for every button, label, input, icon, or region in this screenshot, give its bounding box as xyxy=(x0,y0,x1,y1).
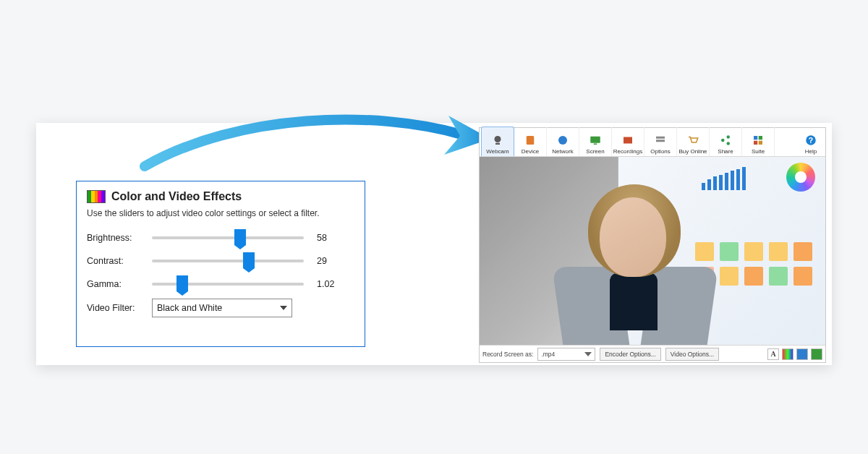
svg-rect-13 xyxy=(759,136,762,140)
brightness-row: Brightness: 58 xyxy=(87,226,354,249)
contrast-label: Contrast: xyxy=(87,256,152,266)
sticky-note xyxy=(744,242,763,261)
video-filter-dropdown[interactable]: Black and White xyxy=(152,299,292,317)
svg-point-0 xyxy=(495,136,501,142)
svg-text:?: ? xyxy=(809,136,813,145)
svg-rect-15 xyxy=(759,141,762,145)
color-tool-icon[interactable] xyxy=(782,348,793,360)
color-effects-panel: Color and Video Effects Use the sliders … xyxy=(76,181,365,347)
suite-icon xyxy=(752,134,765,147)
sticky-note xyxy=(793,267,812,286)
help-icon: ? xyxy=(804,134,817,147)
share-icon xyxy=(719,134,732,147)
status-tool-icons: A xyxy=(767,348,822,360)
panel-description: Use the sliders to adjust video color se… xyxy=(87,207,354,219)
sticky-note xyxy=(769,267,788,286)
person-illustration xyxy=(543,171,731,345)
svg-rect-7 xyxy=(656,137,665,139)
gamma-value: 1.02 xyxy=(304,279,354,289)
svg-rect-12 xyxy=(754,136,757,140)
recordings-icon xyxy=(621,134,634,147)
toolbar-buy-button[interactable]: Buy Online xyxy=(677,127,710,156)
text-tool-icon[interactable]: A xyxy=(767,348,779,360)
toolbar-recordings-button[interactable]: Recordings xyxy=(612,127,644,156)
svg-point-11 xyxy=(727,142,731,145)
svg-point-9 xyxy=(721,139,725,142)
video-options-button[interactable]: Video Options... xyxy=(665,348,719,361)
toolbar-help-button[interactable]: ? Help xyxy=(798,127,824,156)
svg-rect-14 xyxy=(754,141,757,145)
contrast-row: Contrast: 29 xyxy=(87,249,354,273)
svg-point-3 xyxy=(558,136,567,145)
video-filter-label: Video Filter: xyxy=(87,303,152,313)
record-label: Record Screen as: xyxy=(482,351,533,358)
demo-card: Color and Video Effects Use the sliders … xyxy=(36,123,832,365)
svg-point-10 xyxy=(727,135,731,139)
effects-tool-icon[interactable] xyxy=(811,348,822,360)
settings-tool-icon[interactable] xyxy=(796,348,808,360)
toolbar-webcam-button[interactable]: Webcam xyxy=(481,127,514,156)
gamma-label: Gamma: xyxy=(87,279,152,289)
video-filter-selected: Black and White xyxy=(157,303,222,313)
svg-rect-6 xyxy=(624,137,632,144)
contrast-slider[interactable] xyxy=(152,253,304,269)
format-dropdown[interactable]: .mp4 xyxy=(537,348,595,361)
toolbar-screen-button[interactable]: Screen xyxy=(579,127,612,156)
svg-rect-2 xyxy=(527,136,535,145)
chevron-down-icon xyxy=(280,306,287,310)
screen-icon xyxy=(589,134,602,147)
chevron-down-icon xyxy=(584,352,592,356)
brightness-value: 58 xyxy=(304,233,354,243)
options-icon xyxy=(654,134,667,147)
encoder-options-button[interactable]: Encoder Options... xyxy=(600,348,660,361)
toolbar-suite-button[interactable]: Suite xyxy=(742,127,775,156)
gamma-row: Gamma: 1.02 xyxy=(87,273,354,296)
sticky-note xyxy=(769,242,788,261)
network-icon xyxy=(556,134,569,147)
webcam-preview xyxy=(480,157,825,345)
toolbar-device-button[interactable]: Device xyxy=(514,127,547,156)
arrow-illustration xyxy=(137,103,492,182)
toolbar-share-button[interactable]: Share xyxy=(710,127,742,156)
contrast-value: 29 xyxy=(304,256,354,266)
video-filter-row: Video Filter: Black and White xyxy=(87,296,354,320)
color-wheel-poster xyxy=(786,163,815,192)
sticky-note xyxy=(744,267,763,286)
panel-title-text: Color and Video Effects xyxy=(111,190,242,203)
webcam-icon xyxy=(491,134,504,147)
toolbar-options-button[interactable]: Options xyxy=(644,127,677,156)
svg-rect-1 xyxy=(495,143,500,145)
cart-icon xyxy=(686,134,699,147)
status-bar: Record Screen as: .mp4 Encoder Options..… xyxy=(480,345,825,363)
color-bars-icon xyxy=(87,190,106,203)
main-toolbar: Webcam Device Network Screen Recordings … xyxy=(480,128,825,157)
brightness-slider[interactable] xyxy=(152,230,304,246)
app-window: Webcam Device Network Screen Recordings … xyxy=(479,127,826,363)
gamma-slider[interactable] xyxy=(152,276,304,292)
brightness-label: Brightness: xyxy=(87,233,152,243)
svg-rect-8 xyxy=(656,140,665,142)
toolbar-network-button[interactable]: Network xyxy=(547,127,579,156)
device-icon xyxy=(524,134,537,147)
svg-rect-5 xyxy=(594,144,597,145)
panel-title: Color and Video Effects xyxy=(87,190,354,203)
svg-rect-4 xyxy=(590,137,600,143)
sticky-note xyxy=(793,242,812,261)
